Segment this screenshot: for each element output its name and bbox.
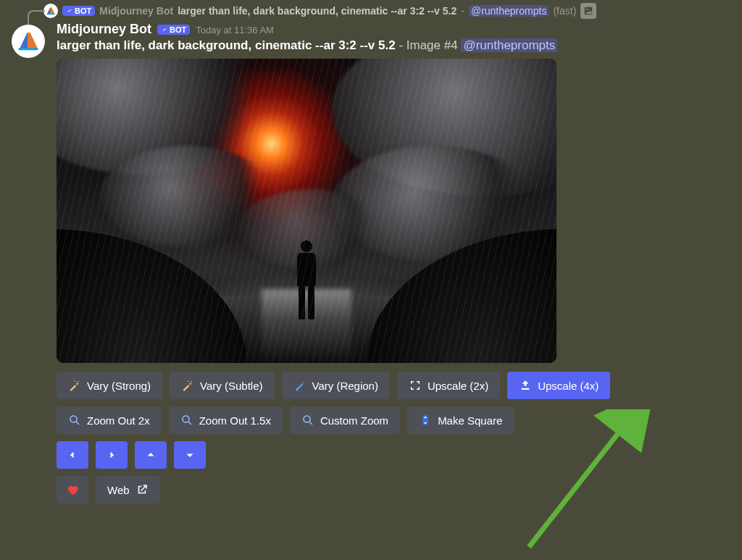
- svg-point-8: [304, 416, 310, 422]
- make-square-button[interactable]: Make Square: [407, 406, 514, 434]
- upscale-icon: [519, 379, 532, 392]
- button-row-3: [57, 441, 730, 469]
- web-button[interactable]: Web: [96, 476, 160, 503]
- vary-subtle-button[interactable]: Vary (Subtle): [170, 372, 274, 399]
- make-square-label: Make Square: [438, 414, 502, 427]
- reply-mention[interactable]: @runtheprompts: [469, 5, 549, 17]
- zoom-out-2x-label: Zoom Out 2x: [87, 414, 150, 427]
- reply-image-icon: [580, 3, 596, 19]
- vary-region-label: Vary (Region): [312, 380, 378, 392]
- zoom-out-2x-button[interactable]: Zoom Out 2x: [57, 406, 162, 434]
- reply-bot-name: Midjourney Bot: [99, 5, 173, 17]
- button-row-2: Zoom Out 2x Zoom Out 1.5x Custom Zoom Ma…: [57, 406, 730, 434]
- arrow-down-icon: [183, 448, 196, 461]
- prompt-line: larger than life, dark background, cinem…: [57, 38, 730, 53]
- favorite-button[interactable]: [57, 476, 88, 503]
- expand-icon: [409, 379, 422, 392]
- arrow-up-icon: [144, 448, 157, 461]
- arrow-left-icon: [66, 448, 79, 461]
- upscale-2x-label: Upscale (2x): [428, 380, 488, 392]
- arrow-right-icon: [105, 448, 118, 461]
- vary-strong-button[interactable]: Vary (Strong): [57, 372, 162, 399]
- bot-badge: BOT: [157, 25, 190, 35]
- upscale-4x-button[interactable]: Upscale (4x): [507, 372, 610, 399]
- web-label: Web: [107, 484, 130, 496]
- svg-point-7: [183, 416, 189, 422]
- svg-point-4: [191, 381, 193, 383]
- message-timestamp: Today at 11:36 AM: [196, 25, 274, 35]
- reply-mode: (fast): [553, 5, 576, 17]
- svg-point-1: [586, 9, 588, 10]
- reply-prompt: larger than life, dark background, cinem…: [178, 5, 457, 17]
- bot-badge-small: BOT: [62, 6, 95, 16]
- arrows-vertical-icon: [419, 414, 432, 427]
- heart-icon: [66, 483, 79, 496]
- vary-strong-label: Vary (Strong): [87, 380, 151, 392]
- reply-dash: -: [461, 5, 464, 17]
- reply-reference[interactable]: BOT Midjourney Bot larger than life, dar…: [0, 0, 742, 20]
- button-row-1: Vary (Strong) Vary (Subtle) Vary (Region…: [57, 372, 730, 399]
- pan-up-button[interactable]: [135, 441, 167, 469]
- pan-left-button[interactable]: [57, 441, 88, 469]
- custom-zoom-label: Custom Zoom: [320, 414, 388, 427]
- button-row-4: Web: [57, 476, 730, 503]
- vary-region-button[interactable]: Vary (Region): [282, 372, 390, 399]
- external-link-icon: [136, 483, 149, 496]
- bot-name[interactable]: Midjourney Bot: [57, 22, 151, 37]
- magnifier-icon: [180, 414, 193, 427]
- svg-point-5: [188, 380, 189, 382]
- bot-avatar[interactable]: [12, 25, 45, 58]
- brush-icon: [293, 379, 307, 392]
- message: Midjourney Bot BOT Today at 11:36 AM lar…: [0, 20, 742, 509]
- bot-badge-label: BOT: [170, 25, 186, 34]
- vary-subtle-label: Vary (Subtle): [200, 380, 262, 392]
- wand-icon: [181, 379, 194, 392]
- upscale-4x-label: Upscale (4x): [538, 380, 599, 392]
- pan-down-button[interactable]: [174, 441, 206, 469]
- wand-icon: [68, 379, 81, 392]
- reply-avatar: [43, 4, 58, 18]
- pan-right-button[interactable]: [96, 441, 128, 469]
- zoom-out-15x-button[interactable]: Zoom Out 1.5x: [169, 406, 283, 434]
- upscale-2x-button[interactable]: Upscale (2x): [397, 372, 500, 399]
- svg-point-2: [78, 381, 80, 383]
- generated-image[interactable]: [57, 59, 556, 363]
- magnifier-icon: [301, 414, 314, 427]
- prompt-mention[interactable]: @runtheprompts: [461, 38, 557, 52]
- custom-zoom-button[interactable]: Custom Zoom: [290, 406, 400, 434]
- reply-spine: [28, 10, 45, 25]
- image-number: - Image #4: [396, 38, 462, 52]
- magnifier-icon: [68, 414, 81, 427]
- action-buttons: Vary (Strong) Vary (Subtle) Vary (Region…: [57, 372, 730, 503]
- bot-badge-text: BOT: [75, 7, 91, 15]
- prompt-text: larger than life, dark background, cinem…: [57, 38, 396, 52]
- svg-point-6: [70, 416, 77, 422]
- svg-point-3: [75, 380, 76, 382]
- zoom-out-15x-label: Zoom Out 1.5x: [199, 414, 271, 427]
